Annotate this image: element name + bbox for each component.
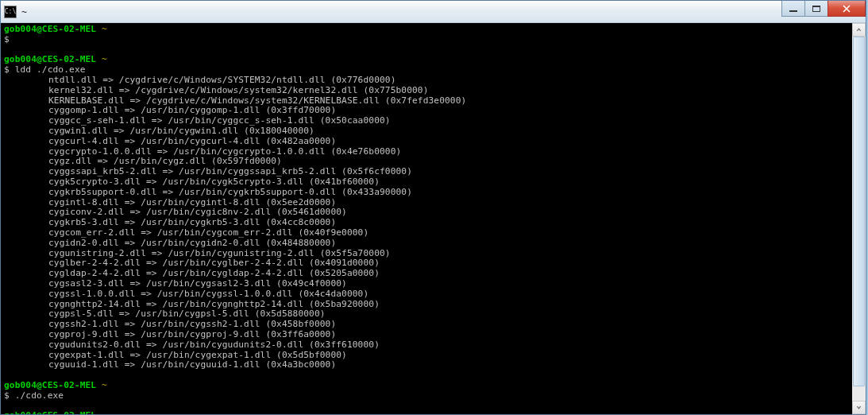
- output-line: cygk5crypto-3.dll => /usr/bin/cygk5crypt…: [4, 177, 850, 188]
- scroll-up-button[interactable]: [852, 23, 866, 37]
- minimize-button[interactable]: [781, 1, 805, 17]
- output-line: cygcurl-4.dll => /usr/bin/cygcurl-4.dll …: [4, 137, 850, 147]
- output-line: cygssh2-1.dll => /usr/bin/cygssh2-1.dll …: [4, 320, 850, 330]
- output-line: cygldap-2-4-2.dll => /usr/bin/cygldap-2-…: [4, 269, 850, 279]
- maximize-button[interactable]: [804, 1, 828, 17]
- blank-line: [4, 370, 850, 381]
- terminal-icon: C:\: [4, 6, 17, 18]
- blank-line: [4, 401, 850, 411]
- minimize-icon: [789, 10, 797, 12]
- chevron-down-icon: [856, 405, 862, 410]
- output-line: cygcom_err-2.dll => /usr/bin/cygcom_err-…: [4, 228, 850, 239]
- output-line: cygidn2-0.dll => /usr/bin/cygidn2-0.dll …: [4, 239, 850, 249]
- window-title: ~: [21, 6, 27, 17]
- output-line: cygssl-1.0.0.dll => /usr/bin/cygssl-1.0.…: [4, 289, 850, 300]
- blank-line: [4, 45, 850, 56]
- output-line: cygsasl2-3.dll => /usr/bin/cygsasl2-3.dl…: [4, 279, 850, 289]
- chevron-up-icon: [856, 27, 862, 33]
- output-line: cygudunits2-0.dll => /usr/bin/cygudunits…: [4, 340, 850, 351]
- titlebar[interactable]: C:\ ~: [1, 1, 866, 23]
- output-line: cygwin1.dll => /usr/bin/cygwin1.dll (0x1…: [4, 126, 850, 137]
- output-line: cygkrb5support-0.dll => /usr/bin/cygkrb5…: [4, 188, 850, 198]
- output-line: cyguuid-1.dll => /usr/bin/cyguuid-1.dll …: [4, 360, 850, 370]
- terminal-content[interactable]: gob004@CES-02-MEL ~$ gob004@CES-02-MEL ~…: [1, 23, 853, 414]
- output-line: ntdll.dll => /cygdrive/c/Windows/SYSTEM3…: [4, 76, 850, 86]
- scroll-down-button[interactable]: [852, 401, 866, 414]
- scroll-thumb[interactable]: [853, 37, 865, 386]
- window-controls: [782, 1, 866, 17]
- terminal-window: C:\ ~ gob004@CES-02-MEL ~$ gob004@CES-02…: [0, 0, 866, 415]
- command-line: $: [4, 35, 850, 45]
- prompt-line: gob004@CES-02-MEL ~: [4, 25, 850, 35]
- output-line: kernel32.dll => /cygdrive/c/Windows/syst…: [4, 86, 850, 96]
- command-line: $ ./cdo.exe: [4, 391, 850, 401]
- prompt-line: gob004@CES-02-MEL ~: [4, 55, 850, 65]
- scroll-track[interactable]: [852, 37, 866, 401]
- maximize-icon: [812, 6, 820, 12]
- vertical-scrollbar: [852, 23, 866, 414]
- prompt-line: gob004@CES-02-MEL ~: [4, 381, 850, 391]
- terminal-body: gob004@CES-02-MEL ~$ gob004@CES-02-MEL ~…: [1, 23, 866, 414]
- close-button[interactable]: [827, 1, 866, 17]
- output-line: cygproj-9.dll => /usr/bin/cygproj-9.dll …: [4, 330, 850, 340]
- prompt-line: gob004@CES-02-MEL ~: [4, 411, 850, 414]
- close-icon: [843, 5, 851, 13]
